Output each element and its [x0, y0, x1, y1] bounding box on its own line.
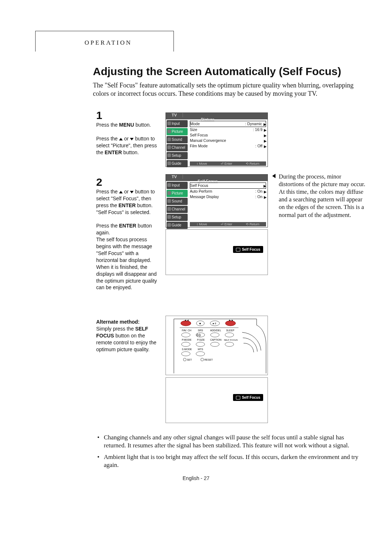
t: Press the — [96, 122, 119, 128]
osd-side-tabs: Input Picture Sound Channel Setup Guide — [166, 119, 188, 167]
up-arrow-icon — [119, 138, 123, 140]
svg-point-13 — [225, 333, 234, 337]
enter-label: ENTER — [105, 149, 122, 155]
t: Enter — [224, 222, 232, 226]
osd-tv-label: TV — [166, 113, 183, 117]
t: The self focus process begins with the m… — [96, 237, 157, 290]
svg-text:(●): (●) — [197, 333, 200, 337]
osd-tab-channel: Channel — [167, 206, 188, 213]
osd-return: ⟲ Return — [246, 162, 260, 165]
osd-tv-label: TV — [166, 175, 183, 179]
l: Self Focus — [190, 132, 208, 138]
page: { "header": { "section_label": "OPERATIO… — [0, 0, 392, 533]
osd-titlebar: TV Picture — [166, 113, 268, 119]
osd-move: ↕ Move — [197, 222, 207, 226]
notes-bullets: •Changing channels and any other signal … — [97, 434, 366, 473]
osd-tab-guide: Guide — [167, 222, 188, 229]
t: Press the — [96, 189, 119, 194]
osd-tab-setup: Setup — [167, 214, 188, 221]
step-number: 2 — [96, 177, 162, 188]
osd-row-autoperform: Auto Perform: On▶ — [190, 189, 266, 194]
t: Return — [249, 162, 259, 165]
osd-side-tabs: Input Picture Sound Channel Setup Guide — [166, 181, 188, 227]
remote-label-smode: S.MODE — [182, 348, 192, 350]
osd-picture-menu: TV Picture Input Picture Sound Channel S… — [166, 112, 268, 167]
svg-point-21 — [201, 358, 204, 361]
t: button. — [134, 122, 151, 128]
svg-point-19 — [196, 352, 205, 356]
alt-heading: Alternate method: — [96, 319, 140, 325]
enter-label: ENTER — [119, 223, 136, 229]
osd-footer: ↕ Move ⏎ Enter ⟲ Return — [190, 161, 266, 166]
selffocus-badge: Self Focus — [233, 246, 263, 253]
svg-text:■: ■ — [199, 322, 201, 325]
intro-paragraph: The "Self Focus" feature automatically s… — [93, 81, 362, 98]
osd-tab-input: Input — [167, 120, 188, 127]
t: Return — [249, 222, 259, 226]
osd-body: Input Picture Sound Channel Setup Guide … — [166, 119, 268, 167]
bullet-1: •Changing channels and any other signal … — [97, 434, 366, 450]
bullet-2-text: Ambient light that is too bright may aff… — [104, 453, 366, 469]
osd-tab-channel: Channel — [167, 144, 188, 151]
selffocus-preview-1: Self Focus — [166, 229, 268, 275]
section-tab: OPERATION — [35, 31, 174, 52]
r: : 16:9 — [253, 127, 262, 132]
remote-label-adddel: ADD/DEL — [210, 329, 221, 332]
svg-point-18 — [181, 352, 190, 356]
step-2: 2 Press the or button to select "Self Fo… — [96, 177, 162, 291]
l: Manual Convergence — [190, 138, 226, 143]
r: : Dynamic — [245, 121, 262, 127]
osd-body: Input Picture Sound Channel Setup Guide … — [166, 181, 268, 227]
l: Mode — [190, 121, 200, 127]
r: : On — [255, 189, 262, 194]
right-arrow-icon: ▶ — [264, 144, 267, 149]
bullet-1-text: Changing channels and any other signal c… — [104, 434, 366, 450]
osd-titlebar: TV Self Focus — [166, 175, 268, 181]
svg-point-17 — [225, 342, 234, 347]
step-2-text: Press the or button to select "Self Focu… — [96, 188, 162, 291]
side-note-text: During the process, minor distortions of… — [279, 173, 365, 218]
l: Message Display — [190, 194, 219, 200]
t: Enter — [224, 162, 232, 165]
t: or — [123, 189, 130, 194]
svg-point-15 — [196, 342, 205, 347]
selffocus-preview-2: Self Focus — [166, 377, 268, 423]
bullet-icon: • — [97, 453, 104, 469]
svg-point-14 — [181, 342, 190, 347]
r: : Off — [255, 143, 262, 149]
osd-tab-guide: Guide — [167, 160, 188, 167]
osd-enter: ⏎ Enter — [221, 162, 232, 165]
remote-svg: ◄◄ ■ ►II ►► FAV. CH SRS ADD/DEL SLEEP (●… — [166, 316, 268, 375]
selffocus-badge-text: Self Focus — [242, 395, 260, 399]
remote-label-srs: SRS — [198, 329, 203, 332]
svg-point-6 — [225, 321, 236, 326]
osd-pane: Mode: Dynamic▶ Size: 16:9▶ Self Focus▶ M… — [190, 121, 266, 149]
l: Auto Perform — [190, 189, 212, 194]
page-number: English - 27 — [0, 475, 392, 481]
osd-tab-input: Input — [167, 182, 188, 189]
right-arrow-icon: ▶ — [264, 189, 267, 194]
svg-point-16 — [211, 342, 219, 347]
l: Film Mode — [190, 143, 208, 149]
side-note: During the process, minor distortions of… — [279, 173, 366, 219]
up-arrow-icon — [119, 191, 123, 193]
alt-text: Alternate method: Simply press the SELF … — [96, 319, 162, 353]
remote-label-set: SET — [187, 358, 192, 361]
remote-label-reset: RESET — [204, 358, 213, 361]
t: Move — [199, 162, 207, 165]
right-arrow-icon: ▶ — [264, 122, 266, 127]
playback-row: ◄◄ ■ ►II ►► — [181, 319, 236, 326]
osd-row-size: Size: 16:9▶ — [190, 127, 266, 132]
page-title: Adjusting the Screen Automatically (Self… — [93, 65, 341, 78]
osd-row-selffocus: Self Focus▶ — [190, 183, 266, 189]
t: Simply press the — [96, 326, 135, 332]
osd-row-filmmode: Film Mode: Off▶ — [190, 143, 266, 149]
osd-tab-picture: Picture — [167, 190, 188, 197]
enter-label: ENTER — [118, 202, 135, 208]
svg-point-12 — [211, 333, 219, 337]
osd-footer: ↕ Move ⏎ Enter ⟲ Return — [190, 222, 266, 226]
right-arrow-icon: ▶ — [264, 133, 267, 138]
left-arrow-icon — [272, 174, 275, 178]
t: Move — [199, 222, 207, 226]
osd-tab-picture: Picture — [167, 128, 188, 135]
